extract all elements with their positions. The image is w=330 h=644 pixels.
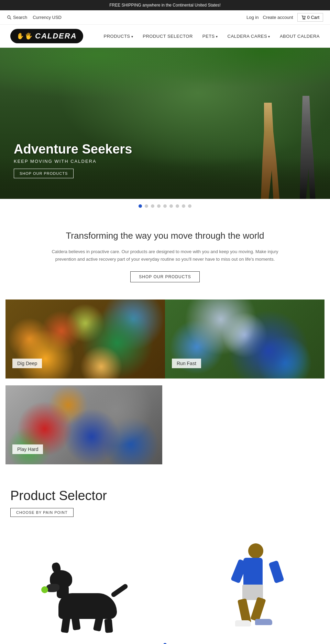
runner-shoe-right: [255, 619, 272, 625]
bottom-dots: [0, 636, 330, 644]
cart-icon: [301, 15, 306, 20]
carousel-dot-2[interactable]: [145, 204, 148, 208]
runner-head: [248, 543, 263, 558]
svg-point-0: [8, 15, 10, 18]
dog-container: [45, 557, 141, 633]
carousel-dot-9[interactable]: [188, 204, 191, 208]
runner-container: [230, 543, 285, 636]
hand-left-icon: ✋: [16, 32, 24, 40]
category-play-hard[interactable]: Play Hard: [6, 385, 162, 464]
carousel-dots: [0, 199, 330, 213]
banner-text: FREE SHIPPING anywhere in the Continenta…: [109, 3, 221, 8]
create-account-link[interactable]: Create account: [263, 15, 293, 20]
carousel-dot-6[interactable]: [169, 204, 173, 208]
top-bar: Search Currency USD Log in Create accoun…: [0, 10, 330, 25]
main-nav: PRODUCTS PRODUCT SELECTOR PETS CALDERA C…: [104, 34, 320, 39]
top-bar-right: Log in Create account 0 Cart: [246, 13, 323, 22]
top-banner: FREE SHIPPING anywhere in the Continenta…: [0, 0, 330, 10]
runner-leg-right: [250, 597, 266, 622]
play-hard-label: Play Hard: [12, 444, 43, 454]
category-second-row: Play Hard: [0, 385, 330, 471]
cart-label: 0 Cart: [307, 15, 319, 20]
hero-title: Adventure Seekers: [14, 142, 132, 157]
currency-label: Currency USD: [33, 15, 62, 20]
nav-about-caldera[interactable]: ABOUT CALDERA: [280, 34, 320, 39]
hero-subtitle: KEEP MOVING WITH CALDERA: [14, 159, 132, 164]
run-fast-label: Run Fast: [172, 359, 201, 368]
svg-line-1: [10, 18, 11, 19]
runner-shoe-left: [235, 620, 251, 626]
svg-point-2: [303, 19, 304, 19]
header: ✋ 🖐 CALDERA PRODUCTS PRODUCT SELECTOR PE…: [0, 25, 330, 48]
tagline-section: Transforming the way you move through th…: [0, 213, 330, 293]
nav-products[interactable]: PRODUCTS: [104, 34, 133, 39]
runner-arm-right: [268, 560, 284, 584]
cart-button[interactable]: 0 Cart: [297, 13, 323, 22]
hero-section: Adventure Seekers KEEP MOVING WITH CALDE…: [0, 48, 330, 199]
logo[interactable]: ✋ 🖐 CALDERA: [10, 29, 83, 43]
product-selector-title: Product Selector: [10, 488, 320, 503]
carousel-dot-8[interactable]: [182, 204, 185, 208]
carousel-dot-1[interactable]: [139, 204, 142, 208]
logo-text: CALDERA: [35, 32, 77, 41]
logo-hands: ✋ 🖐: [16, 32, 32, 40]
category-run-fast[interactable]: Run Fast: [165, 300, 324, 379]
search-icon: [7, 15, 12, 20]
tagline-title: Transforming the way you move through th…: [41, 230, 289, 241]
currency-selector[interactable]: Currency USD: [33, 15, 62, 20]
product-selector-section: Product Selector CHOOSE BY PAIN POINT: [0, 471, 330, 636]
category-dig-deep[interactable]: Dig Deep: [6, 300, 165, 379]
carousel-dot-7[interactable]: [176, 204, 179, 208]
nav-caldera-cares[interactable]: CALDERA CARES: [228, 34, 270, 39]
carousel-dot-3[interactable]: [151, 204, 154, 208]
hand-right-icon: 🖐: [25, 32, 32, 40]
svg-point-3: [304, 19, 305, 19]
carousel-dot-4[interactable]: [157, 204, 161, 208]
carousel-dot-5[interactable]: [163, 204, 167, 208]
nav-pets[interactable]: PETS: [202, 34, 218, 39]
dig-deep-label: Dig Deep: [12, 359, 42, 368]
tagline-body: Caldera believes in proactive care. Our …: [41, 248, 289, 263]
category-grid: Dig Deep Run Fast: [0, 293, 330, 385]
dog-leg-4: [104, 619, 113, 633]
nav-product-selector[interactable]: PRODUCT SELECTOR: [143, 34, 193, 39]
top-bar-left: Search Currency USD: [7, 15, 62, 20]
dog-ball: [41, 586, 48, 593]
selector-figures: [0, 543, 330, 636]
hero-content: Adventure Seekers KEEP MOVING WITH CALDE…: [0, 142, 132, 178]
tagline-shop-button[interactable]: SHOP OUR PRODUCTS: [130, 271, 199, 282]
hero-shop-button[interactable]: SHOP OUR PRODUCTS: [14, 169, 74, 178]
dog-tail: [110, 583, 129, 598]
choose-pain-point-button[interactable]: CHOOSE BY PAIN POINT: [10, 508, 74, 517]
search-button[interactable]: Search: [7, 15, 27, 20]
hero-foliage: [0, 48, 330, 116]
search-label: Search: [13, 15, 27, 20]
login-link[interactable]: Log in: [246, 15, 258, 20]
